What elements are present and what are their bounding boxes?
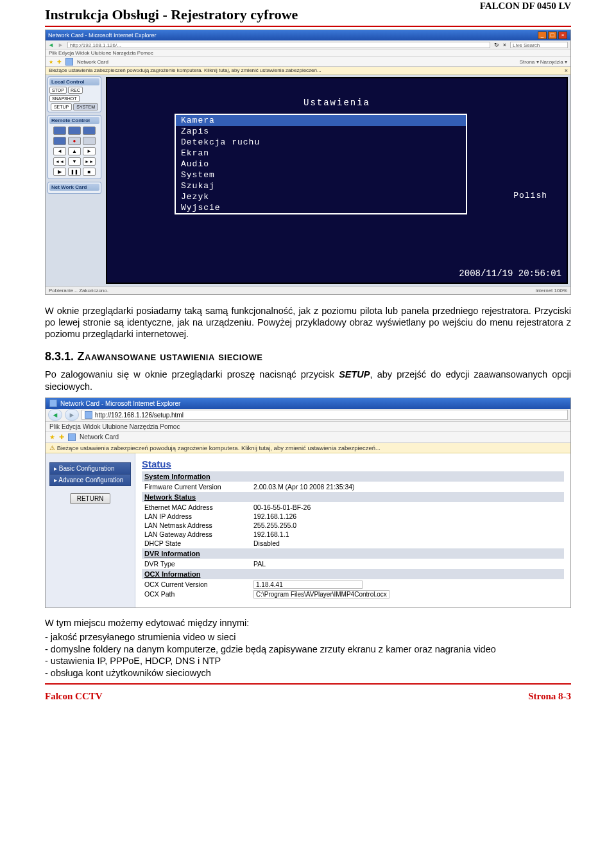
section-number: 8.3.1.	[45, 350, 74, 363]
paragraph-3-intro: W tym miejscu możemy edytować między inn…	[45, 617, 571, 629]
remote-rec-icon[interactable]	[68, 137, 81, 145]
status-key: Firmware Current Version	[144, 483, 253, 491]
tab-icon-2	[68, 433, 76, 441]
remote-left-icon[interactable]	[53, 147, 66, 155]
dvr-menu-item[interactable]: System	[176, 170, 466, 180]
status-row: OCX PathC:\Program Files\AVPlayer\IMMP4C…	[142, 589, 564, 599]
list-item: - domyslne foldery na danym komputerze, …	[45, 643, 571, 656]
network-card-title: Net Work Card	[49, 184, 99, 191]
manual-title: Instrukcja Obsługi - Rejestratory cyfrow…	[45, 6, 298, 22]
paragraph-2a: Po zalogowaniu się w oknie przeglądarki …	[45, 369, 339, 380]
dvr-menu-title: Ustawienia	[107, 98, 567, 108]
dvr-menu-item[interactable]: Szukaj	[176, 180, 466, 191]
remote-down-icon[interactable]	[68, 157, 81, 166]
screenshot-browser-dvr: Network Card - Microsoft Internet Explor…	[45, 30, 571, 295]
address-text-2: http://192.168.1.126/setup.html	[95, 412, 184, 419]
tab-title-2[interactable]: Network Card	[80, 433, 119, 441]
system-button[interactable]: SYSTEM	[73, 103, 98, 110]
address-bar-2[interactable]: http://192.168.1.126/setup.html	[81, 410, 568, 420]
tab-tools[interactable]: Strona ▾ Narzędzia ▾	[520, 59, 567, 65]
sidebar-item-basic-config[interactable]: ▸ Basic Configuration	[49, 462, 131, 475]
tab-title[interactable]: Network Card	[77, 59, 108, 65]
window-title-2: Network Card - Microsoft Internet Explor…	[60, 400, 180, 407]
window-controls[interactable]: _▢×	[537, 31, 568, 40]
status-value: PAL	[253, 560, 561, 568]
return-button[interactable]: RETURN	[70, 493, 111, 504]
status-value-box: C:\Program Files\AVPlayer\IMMP4Control.o…	[253, 590, 389, 598]
favorites-icon[interactable]: ★	[49, 59, 53, 65]
remote-right-icon[interactable]	[83, 147, 96, 155]
remote-play-icon[interactable]	[53, 168, 66, 176]
maximize-icon[interactable]: ▢	[548, 31, 557, 39]
page-icon-2	[85, 411, 92, 419]
tab-bar: ★ ✚ Network Card Strona ▾ Narzędzia ▾	[46, 57, 570, 67]
remote-btn-2[interactable]	[68, 127, 81, 135]
security-warning-bar[interactable]: Bieżące ustawienia zabezpieczeń powodują…	[46, 67, 570, 74]
menu-bar[interactable]: Plik Edycja Widok Ulubione Narzędzia Pom…	[46, 49, 570, 57]
security-warning-bar-2[interactable]: ⚠ Bieżące ustawienia zabezpieczeń powodu…	[46, 443, 570, 453]
add-favorite-icon-2[interactable]: ✚	[59, 433, 64, 441]
back-icon-2[interactable]: ◄	[48, 409, 62, 421]
remote-up-icon[interactable]	[68, 147, 81, 155]
group-dvr-information: DVR Information	[142, 548, 564, 559]
group-ocx-information: OCX Information	[142, 569, 564, 579]
snapshot-button[interactable]: SNAPSHOT	[49, 95, 80, 102]
dvr-menu-item[interactable]: Zapis	[176, 126, 466, 137]
group-system-information: System Information	[142, 471, 564, 482]
dvr-menu-item[interactable]: Ekran	[176, 148, 466, 159]
screenshot-browser-setup: Network Card - Microsoft Internet Explor…	[45, 397, 571, 608]
dvr-menu-item[interactable]: Kamera	[176, 115, 466, 126]
status-row: OCX Current Version1.18.4.41	[142, 580, 564, 589]
remote-btn-3[interactable]	[83, 127, 96, 135]
list-item: - ustawienia IP, PPPoE, HDCP, DNS i NTP	[45, 655, 571, 667]
dvr-menu-item[interactable]: Jezyk	[176, 191, 466, 202]
dvr-menu-item[interactable]: Wyjscie	[176, 202, 466, 213]
window-titlebar-2: Network Card - Microsoft Internet Explor…	[46, 398, 570, 409]
app-icon	[49, 399, 57, 407]
status-key: Ethernet MAC Address	[144, 503, 253, 511]
status-key: DHCP State	[144, 539, 253, 547]
dvr-menu-item[interactable]: Audio	[176, 159, 466, 170]
remote-pause-icon[interactable]	[68, 168, 81, 176]
rec-button[interactable]: REC	[68, 87, 83, 94]
address-bar[interactable]: http://192.168.1.126/...	[67, 42, 490, 48]
status-key: LAN IP Address	[144, 512, 253, 520]
refresh-icon[interactable]: ↻	[494, 42, 499, 48]
header-divider	[45, 26, 571, 27]
search-icon[interactable]: ×	[503, 42, 506, 48]
remote-stop-icon[interactable]	[83, 168, 96, 176]
warning-close-icon[interactable]: ×	[565, 67, 568, 74]
status-heading: Status	[142, 458, 564, 469]
forward-icon-2[interactable]: ►	[65, 409, 79, 421]
status-text: Pobieranie... Zakończono.	[49, 288, 108, 293]
return-button-wrap: RETURN	[49, 493, 131, 504]
sidebar-item-advance-config[interactable]: ▸ Advance Configuration	[49, 475, 131, 486]
search-box[interactable]: Live Search	[510, 42, 568, 48]
dvr-menu-item[interactable]: Detekcja ruchu	[176, 137, 466, 148]
setup-button[interactable]: SETUP	[51, 103, 72, 110]
menu-bar-2[interactable]: Plik Edycja Widok Ulubione Narzędzia Pom…	[46, 422, 570, 432]
status-key: OCX Current Version	[144, 581, 253, 589]
nav-bar-2: ◄ ► http://192.168.1.126/setup.html	[46, 409, 570, 422]
remote-next-icon[interactable]	[83, 157, 96, 166]
favorites-icon-2[interactable]: ★	[49, 433, 55, 441]
footer-brand: Falcon CCTV	[45, 691, 103, 701]
add-favorite-icon[interactable]: ✚	[57, 59, 62, 65]
close-icon[interactable]: ×	[558, 31, 567, 39]
remote-btn-4[interactable]	[53, 137, 66, 145]
status-zone: Internet 100%	[535, 288, 567, 293]
remote-btn-1[interactable]	[53, 127, 66, 135]
stop-button[interactable]: STOP	[49, 87, 67, 94]
sidebar-label-advance: Advance Configuration	[58, 476, 123, 484]
network-card-panel: Net Work Card	[47, 182, 101, 194]
warning-icon: ⚠	[49, 444, 55, 451]
list-item: - obsługa kont użytkowników sieciowych	[45, 667, 571, 679]
minimize-icon[interactable]: _	[538, 31, 547, 39]
back-icon[interactable]: ◄	[48, 42, 54, 48]
forward-icon[interactable]: ►	[58, 42, 64, 48]
remote-btn-6[interactable]	[83, 137, 96, 145]
status-value: Disabled	[253, 539, 561, 547]
paragraph-1: W oknie przeglądarki posiadamy taką samą…	[45, 305, 571, 340]
status-bar: Pobieranie... Zakończono. Internet 100%	[46, 286, 570, 294]
remote-prev-icon[interactable]	[53, 157, 66, 166]
